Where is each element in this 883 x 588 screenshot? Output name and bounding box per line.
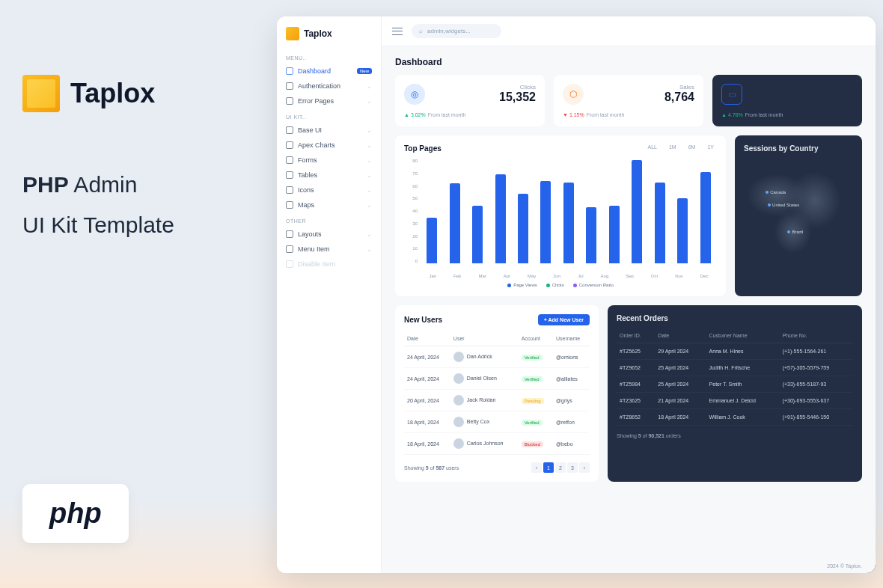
chevron-down-icon: ⌄ (367, 98, 372, 105)
stat-card-dark: ▭ ▲ 4.78%From last month (712, 75, 862, 126)
table-row[interactable]: 24 April, 2024Dan AdrickVerified@omions (404, 346, 590, 368)
sidebar-item[interactable]: Layouts⌄ (283, 227, 375, 242)
time-filter[interactable]: ALL (644, 143, 662, 151)
table-row[interactable]: #TZ965225 April 2024Judith H. Fritsche(+… (617, 360, 853, 376)
chart-bar (586, 207, 596, 263)
sidebar-item[interactable]: Error Pages⌄ (283, 94, 375, 108)
users-table: DateUserAccountUsername 24 April, 2024Da… (404, 331, 590, 455)
country-panel: Sessions by Country Canada United States… (735, 135, 862, 296)
sidebar-item[interactable]: Tables⌄ (283, 168, 375, 183)
page-button[interactable]: 2 (555, 462, 566, 473)
sidebar-item: Disable Item (283, 257, 375, 272)
map-pin[interactable]: Brazil (787, 230, 803, 234)
chart-bar (609, 206, 620, 263)
map-pin[interactable]: United States (768, 203, 799, 207)
world-map: Canada United States Brazil (744, 159, 853, 263)
orders-panel: Recent Orders Order ID.DateCustomer Name… (608, 305, 862, 482)
page-button[interactable]: 3 (567, 462, 578, 473)
time-filter[interactable]: 6M (684, 143, 700, 151)
sidebar-item[interactable]: Icons⌄ (283, 183, 375, 197)
time-filter[interactable]: 1M (664, 143, 681, 151)
page-title: Dashboard (382, 46, 876, 75)
menu-icon (286, 97, 293, 105)
brand-name: Taplox (304, 28, 332, 39)
topbar: ⌕ admin,widgets... (382, 16, 876, 46)
sidebar-brand[interactable]: Taplox (283, 24, 375, 49)
sidebar-item[interactable]: Maps⌄ (283, 197, 375, 212)
section-menu: MENU.. (283, 49, 375, 64)
menu-icon (286, 186, 293, 194)
page-button[interactable]: › (579, 462, 590, 473)
table-row[interactable]: #TZ865218 April 2024William J. Cook(+91)… (617, 409, 853, 426)
menu-icon (286, 82, 293, 90)
chart-bar (563, 183, 574, 264)
chart-bar (472, 206, 483, 263)
menu-icon (286, 171, 293, 179)
avatar (453, 352, 464, 362)
chart-bar (677, 198, 688, 264)
avatar (453, 417, 464, 427)
chevron-down-icon: ⌄ (367, 246, 372, 253)
sidebar-item[interactable]: Authentication⌄ (283, 79, 375, 94)
table-row[interactable]: 18 April, 2024Betty CoxVerified@reffon (404, 411, 590, 433)
chart-bar (427, 218, 437, 263)
table-row[interactable]: 20 April, 2024Jack RoldanPending@griys (404, 390, 590, 411)
trend-down-icon: ▼ (563, 112, 569, 117)
chart-bar (700, 172, 711, 264)
page-button[interactable]: ‹ (531, 462, 542, 473)
sidebar-item[interactable]: Apex Charts⌄ (283, 138, 375, 153)
sidebar-item[interactable]: Base UI⌄ (283, 123, 375, 138)
chevron-down-icon: ⌄ (367, 83, 372, 90)
status-badge: Verified (522, 420, 543, 426)
php-badge: php (22, 484, 129, 543)
legend-item: Conversion Ratio (573, 283, 614, 287)
table-row[interactable]: #TZ362521 April 2024Emmanuel J. Delcid(+… (617, 393, 853, 409)
app-screenshot: Taplox MENU.. DashboardNewAuthentication… (277, 16, 876, 573)
menu-icon (286, 67, 293, 75)
table-row[interactable]: 18 April, 2024Carlos JohnsonBlocked@bebo (404, 433, 590, 455)
section-other: OTHER (283, 212, 375, 227)
chevron-down-icon: ⌄ (367, 202, 372, 209)
promo-brand: Taplox (70, 78, 155, 109)
menu-icon (286, 260, 293, 268)
table-row[interactable]: 24 April, 2024Daniel OlsenVerified@allia… (404, 368, 590, 390)
table-row[interactable]: #TZ598425 April 2024Peter T. Smith(+33)-… (617, 376, 853, 393)
orders-table: Order ID.DateCustomer NamePhone No. #TZ5… (617, 328, 853, 426)
chart-panel: ALL1M6M1Y Top Pages 80706050403020100 Ja… (395, 135, 726, 296)
sidebar: Taplox MENU.. DashboardNewAuthentication… (277, 16, 382, 573)
sidebar-item[interactable]: Menu Item⌄ (283, 242, 375, 257)
app-footer: 2024 © Taplox. (827, 563, 862, 569)
avatar (453, 438, 464, 449)
status-badge: Verified (522, 355, 543, 361)
bag-icon: ⬡ (563, 84, 584, 105)
chevron-down-icon: ⌄ (367, 127, 372, 134)
target-icon: ◎ (404, 84, 425, 105)
promo-logo: Taplox (22, 75, 262, 112)
hamburger-icon[interactable] (392, 28, 403, 35)
table-row[interactable]: #TZ562529 April 2024Anna M. Hines(+1)-55… (617, 343, 853, 360)
map-pin[interactable]: Canada (766, 190, 786, 195)
stat-card-clicks: ◎ Clicks 15,352 ▲ 3.02%From last month (395, 75, 545, 126)
avatar (453, 395, 464, 405)
promo-heading: PHP Admin UI Kit Template (22, 165, 262, 245)
add-user-button[interactable]: + Add New User (538, 314, 590, 325)
menu-icon (286, 126, 293, 134)
chart-bar (518, 194, 528, 263)
page-button[interactable]: 1 (543, 462, 554, 473)
chevron-down-icon: ⌄ (367, 187, 372, 194)
new-badge: New (357, 68, 372, 74)
menu-icon (286, 230, 293, 238)
menu-icon (286, 201, 293, 209)
status-badge: Pending (522, 398, 544, 404)
chevron-down-icon: ⌄ (367, 142, 372, 149)
sidebar-item[interactable]: DashboardNew (283, 64, 375, 79)
search-input[interactable]: ⌕ admin,widgets... (412, 24, 501, 38)
chevron-down-icon: ⌄ (367, 172, 372, 179)
stat-row: ◎ Clicks 15,352 ▲ 3.02%From last month ⬡… (382, 75, 876, 135)
stat-card-sales: ⬡ Sales 8,764 ▼ 1.15%From last month (554, 75, 703, 126)
time-filter[interactable]: 1Y (703, 143, 718, 151)
status-badge: Verified (522, 376, 543, 382)
calendar-icon: ▭ (721, 84, 742, 105)
legend-item: Clicks (546, 283, 564, 287)
sidebar-item[interactable]: Forms⌄ (283, 153, 375, 168)
